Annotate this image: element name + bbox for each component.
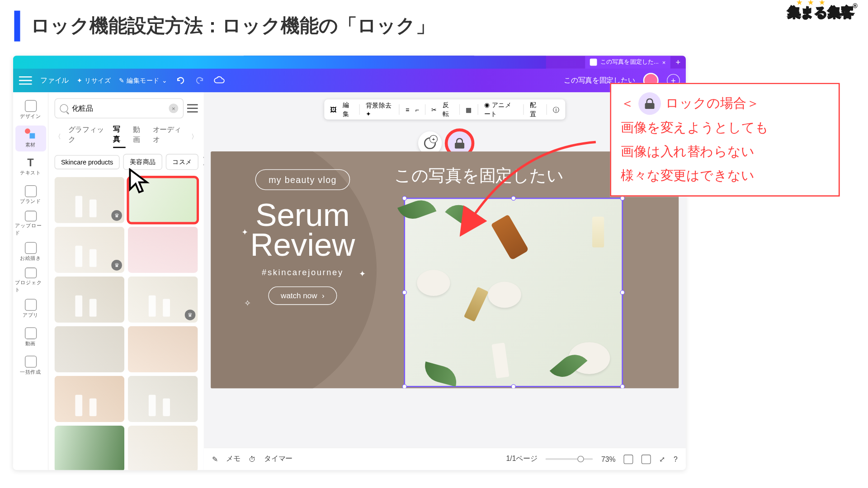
top-toolbar: ファイル ✦ リサイズ ✎ 編集モード ⌄ この写真を固定したい + [13,69,686,92]
chip-skincare[interactable]: Skincare products [55,155,120,169]
tube-graphic [491,343,509,378]
jar-graphic [488,282,521,308]
design-left-text: my beauty vlog ✦ ✦ ✧ SerumReview #skinca… [229,169,377,305]
rail-video[interactable]: 動画 [15,324,46,351]
play-icon [24,327,36,339]
photo-thumb[interactable] [128,426,198,470]
tab-audio[interactable]: オーディオ [153,125,184,147]
cloud-upload-icon [24,211,36,221]
context-toolbar: 🖼編集 背景除去 ✦ ≡ ⌐ ✂ 反転 ▦ ◉ アニメート 配置 [324,99,565,120]
page-indicator[interactable]: 1/1ページ [506,454,538,464]
info-icon[interactable]: ⓘ [553,105,559,114]
title-accent [14,11,20,42]
photo-thumb[interactable] [55,277,125,323]
hashtag-text: #skincarejourney [229,267,377,277]
rail-elements[interactable]: 素材 [15,126,46,152]
chip-cosme[interactable]: コスメ [166,154,198,170]
corner-icon[interactable]: ⌐ [415,106,419,113]
search-box[interactable]: × [55,98,184,118]
timer-button[interactable]: タイマー [264,454,292,464]
tab-photo[interactable]: 写真 [113,124,126,148]
photo-thumb[interactable]: ♛ [55,227,125,273]
notes-button[interactable]: メモ [226,454,240,464]
new-tab-button[interactable]: + [670,57,686,67]
photo-thumb-selected[interactable] [128,177,198,223]
cloud-sync-icon[interactable] [213,76,225,85]
filter-icon[interactable] [187,104,198,113]
menu-icon[interactable] [19,76,32,84]
document-tab[interactable]: この写真を固定した... × [585,56,670,69]
tab-close-icon[interactable]: × [662,59,666,65]
photo-grid: ♛ ♛ ♛ [55,177,198,470]
help-icon[interactable]: ? [674,455,678,463]
browser-tabbar: この写真を固定した... × + [13,56,686,69]
rail-apps[interactable]: アプリ [15,296,46,322]
photo-thumb[interactable] [55,426,125,470]
view-mode-icon[interactable] [624,454,633,464]
photo-thumb[interactable]: ♛ [128,277,198,323]
vlog-badge: my beauty vlog [255,169,350,190]
leaf-graphic [421,361,460,387]
tab-graphic[interactable]: グラフィック [68,125,106,147]
grid-view-icon[interactable] [642,454,651,464]
notes-icon: ✎ [212,455,218,463]
photo-thumb[interactable]: ♛ [55,177,125,223]
bulk-icon [24,356,36,367]
transparency-icon[interactable]: ▦ [466,106,472,113]
folder-icon [24,267,36,278]
bottom-bar: ✎メモ ⏱タイマー 1/1ページ 73% ⤢ ? [204,447,686,470]
search-input[interactable] [72,104,165,113]
rail-design[interactable]: デザイン [15,97,46,123]
lock-icon [455,138,464,149]
photo-thumb[interactable] [128,376,198,422]
chevron-right-icon: › [322,291,325,300]
rail-draw[interactable]: お絵描き [15,239,46,265]
selected-image-frame[interactable] [404,198,623,387]
annotation-lock-icon [638,93,661,115]
serum-heading: ✦ ✦ ✧ SerumReview [229,201,377,259]
photo-thumb[interactable] [55,326,125,372]
resize-button[interactable]: ✦ リサイズ [77,76,111,85]
elements-panel: × 〈 グラフィック 写真 動画 オーディオ 〉 Skincare produc… [48,92,203,470]
rail-brand[interactable]: ブランド [15,182,46,208]
flip-button[interactable]: 反転 [443,101,453,118]
tab-video[interactable]: 動画 [133,125,146,147]
chip-beauty[interactable]: 美容商品 [123,154,162,170]
zoom-slider[interactable] [546,458,593,460]
annotation-text: 画像は入れ替わらない [621,140,829,163]
annotation-text: 様々な変更はできない [621,164,829,187]
rail-text[interactable]: Tテキスト [15,154,46,180]
photo-thumb[interactable] [128,227,198,273]
rail-project[interactable]: プロジェクト [15,267,46,294]
remove-bg-button[interactable]: 背景除去 ✦ [366,101,393,118]
design-page[interactable]: my beauty vlog ✦ ✦ ✧ SerumReview #skinca… [211,151,679,388]
clear-search-icon[interactable]: × [169,103,178,113]
animate-button[interactable]: ◉ アニメート [484,101,518,118]
photo-thumb[interactable] [55,376,125,422]
brand-logo: ★ ★ ★ 集まる集客 ® [788,4,854,21]
pencil-icon [24,242,36,254]
leaf-graphic [445,198,483,232]
design-title-text: この写真を固定したい [394,164,564,187]
edit-button[interactable]: 編集 [343,101,354,118]
tabs-prev-icon[interactable]: 〈 [55,131,61,141]
side-rail: デザイン 素材 Tテキスト ブランド アップロード お絵描き プロジェクト アプ… [13,92,49,470]
slide-title: ロック機能設定方法：ロック機能の「ロック」 [31,13,434,39]
rail-bulk[interactable]: 一括作成 [15,353,46,379]
rail-upload[interactable]: アップロード [15,211,46,237]
fullscreen-icon[interactable]: ⤢ [659,455,665,463]
align-icon[interactable]: ≡ [406,106,409,113]
serum-bottle-graphic [592,216,604,247]
timer-icon: ⏱ [249,455,256,463]
tabs-next-icon[interactable]: 〉 [191,131,198,141]
redo-button[interactable] [194,75,205,86]
position-button[interactable]: 配置 [530,101,541,118]
edit-mode-button[interactable]: ✎ 編集モード ⌄ [119,76,167,85]
dropper-graphic [464,287,489,322]
canva-app: この写真を固定した... × + ファイル ✦ リサイズ ✎ 編集モード ⌄ こ… [13,56,686,470]
apps-icon [24,299,36,311]
photo-thumb[interactable] [128,326,198,372]
undo-button[interactable] [175,75,186,86]
crop-icon[interactable]: ✂ [431,106,437,113]
file-menu[interactable]: ファイル [40,75,69,85]
